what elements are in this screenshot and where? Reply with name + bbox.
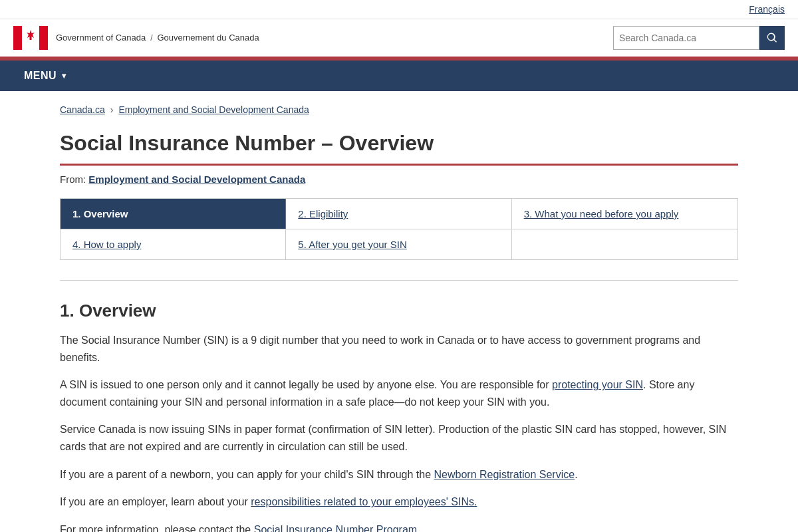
svg-rect-0 (13, 26, 22, 50)
breadcrumb-separator: › (110, 104, 114, 115)
language-bar: Français (0, 0, 798, 19)
tab-after-sin-cell: 5. After you get your SIN (286, 229, 511, 259)
tab-how-to-apply-cell: 4. How to apply (61, 229, 286, 259)
tab-eligibility-cell: 2. Eligibility (286, 199, 511, 229)
para-4: If you are a parent of a newborn, you ca… (60, 466, 738, 483)
tab-after-sin[interactable]: 5. After you get your SIN (286, 229, 511, 259)
menu-button[interactable]: MENU ▾ (13, 61, 77, 91)
menu-label: MENU (24, 70, 57, 82)
from-line: From: Employment and Social Development … (60, 174, 738, 185)
para-2: A SIN is issued to one person only and i… (60, 376, 738, 410)
tab-placeholder (512, 229, 737, 259)
breadcrumb: Canada.ca › Employment and Social Develo… (60, 104, 738, 115)
search-icon (766, 32, 778, 44)
from-prefix: From: (60, 174, 86, 185)
search-button[interactable] (759, 26, 785, 50)
gov-fr-line2: du Canada (217, 33, 259, 43)
svg-rect-2 (39, 26, 48, 50)
gov-en-line1: Government (56, 33, 104, 43)
responsibilities-link[interactable]: responsibilities related to your employe… (251, 496, 477, 507)
svg-rect-4 (30, 36, 32, 40)
section-divider (60, 280, 738, 281)
sin-program-link[interactable]: Social Insurance Number Program (254, 524, 417, 532)
site-header: Government of Canada / Gouvernement du C… (0, 19, 798, 59)
menu-chevron-icon: ▾ (62, 71, 66, 80)
breadcrumb-home[interactable]: Canada.ca (60, 104, 105, 115)
page-title: Social Insurance Number – Overview (60, 131, 738, 166)
search-area (613, 26, 785, 50)
tab-eligibility[interactable]: 2. Eligibility (286, 199, 511, 229)
gov-fr-line1: Gouvernement (157, 33, 214, 43)
tabs-container: 1. Overview 2. Eligibility 3. What you n… (60, 198, 738, 260)
tab-overview[interactable]: 1. Overview (61, 199, 286, 229)
gov-name-text: Government of Canada / Gouvernement du C… (56, 32, 259, 44)
from-link[interactable]: Employment and Social Development Canada (88, 174, 305, 185)
protecting-sin-link[interactable]: protecting your SIN (552, 379, 643, 390)
gov-en-line2: of Canada (106, 33, 146, 43)
para-3: Service Canada is now issuing SINs in pa… (60, 421, 738, 455)
search-input[interactable] (613, 26, 759, 50)
para-6: For more information, please contact the… (60, 521, 738, 532)
french-link[interactable]: Français (749, 4, 785, 15)
para-1: The Social Insurance Number (SIN) is a 9… (60, 332, 738, 366)
newborn-registration-link[interactable]: Newborn Registration Service (434, 469, 575, 480)
para-5: If you are an employer, learn about your… (60, 493, 738, 511)
breadcrumb-section[interactable]: Employment and Social Development Canada (118, 104, 309, 115)
tab-what-you-need-cell: 3. What you need before you apply (512, 199, 737, 229)
logo-area: Government of Canada / Gouvernement du C… (13, 26, 259, 50)
main-content: Canada.ca › Employment and Social Develo… (47, 91, 751, 532)
tab-how-to-apply[interactable]: 4. How to apply (61, 229, 285, 259)
canada-flag-icon (13, 26, 48, 50)
nav-bar: MENU ▾ (0, 61, 798, 91)
tab-what-you-need[interactable]: 3. What you need before you apply (512, 199, 737, 229)
section-heading: 1. Overview (60, 301, 738, 321)
